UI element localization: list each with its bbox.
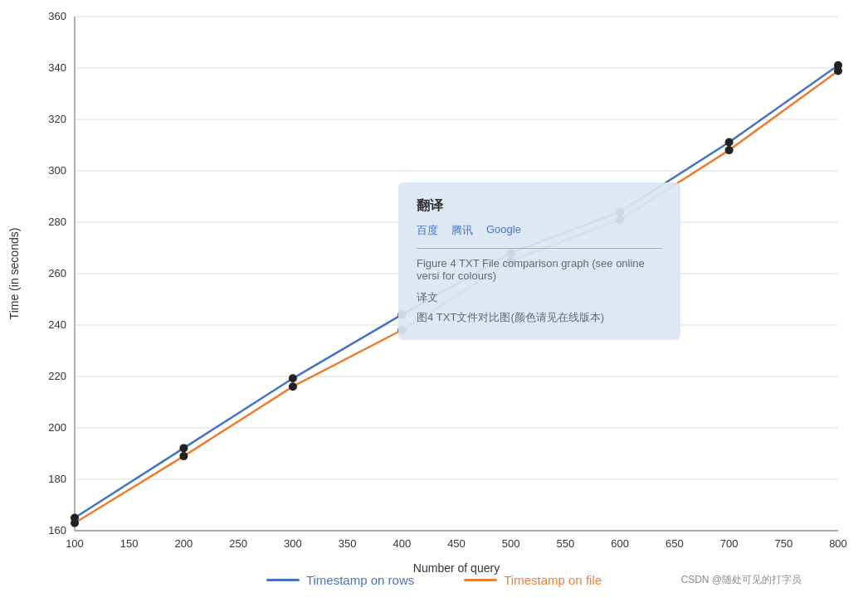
line-chart: 160 180 200 220 240 260 280 300 320 340 …	[0, 0, 868, 602]
svg-text:350: 350	[339, 537, 357, 550]
svg-text:340: 340	[48, 61, 66, 74]
svg-text:200: 200	[48, 421, 66, 434]
data-point	[616, 216, 624, 224]
data-point	[289, 374, 297, 382]
data-point	[507, 249, 515, 257]
legend-item-file: Timestamp on file	[464, 573, 602, 587]
svg-text:800: 800	[829, 537, 847, 550]
data-point	[725, 138, 734, 147]
svg-text:320: 320	[48, 113, 66, 125]
svg-text:200: 200	[175, 537, 193, 550]
legend-label-rows: Timestamp on rows	[306, 573, 414, 587]
svg-text:700: 700	[720, 537, 739, 550]
svg-text:650: 650	[666, 537, 684, 550]
svg-text:100: 100	[66, 537, 84, 550]
legend-item-rows: Timestamp on rows	[266, 573, 414, 587]
legend-line-rows	[266, 579, 300, 581]
svg-text:300: 300	[284, 537, 302, 550]
data-point	[71, 519, 79, 527]
svg-text:300: 300	[48, 164, 66, 177]
data-point	[397, 326, 406, 334]
svg-text:160: 160	[48, 524, 66, 536]
svg-text:250: 250	[229, 537, 247, 550]
legend-line-file	[464, 579, 497, 581]
svg-text:600: 600	[611, 537, 629, 550]
legend-label-file: Timestamp on file	[504, 573, 602, 587]
watermark: CSDN @随处可见的打字员	[680, 573, 802, 587]
data-point	[397, 310, 406, 318]
svg-text:750: 750	[774, 537, 792, 550]
svg-text:280: 280	[48, 216, 66, 228]
data-point	[507, 257, 515, 265]
svg-text:500: 500	[502, 537, 520, 550]
data-point	[616, 208, 624, 216]
svg-text:220: 220	[48, 370, 66, 382]
data-point	[725, 146, 734, 154]
svg-text:550: 550	[557, 537, 575, 550]
data-point	[834, 66, 842, 75]
data-point	[289, 382, 297, 391]
svg-text:240: 240	[48, 318, 66, 331]
svg-text:400: 400	[393, 537, 411, 550]
svg-text:450: 450	[447, 537, 466, 550]
svg-text:180: 180	[48, 473, 66, 485]
svg-text:260: 260	[48, 267, 66, 279]
data-point	[179, 452, 188, 460]
svg-text:360: 360	[48, 10, 66, 22]
chart-container: 160 180 200 220 240 260 280 300 320 340 …	[0, 0, 868, 602]
svg-text:Time (in seconds): Time (in seconds)	[7, 228, 21, 320]
svg-text:150: 150	[120, 537, 139, 550]
data-point	[179, 444, 188, 452]
